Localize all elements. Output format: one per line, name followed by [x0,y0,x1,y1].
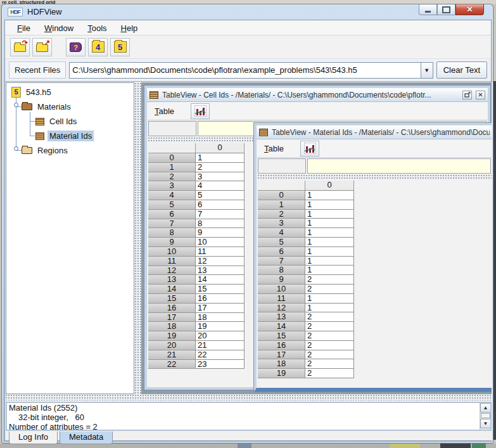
row-header[interactable]: 10 [148,246,196,257]
row-header[interactable]: 22 [148,359,196,369]
row-header[interactable]: 2 [148,172,196,182]
tree-expand-handle[interactable] [14,103,18,107]
row-header[interactable]: 18 [148,321,196,331]
cell-reference-field[interactable] [258,158,306,174]
horizontal-split-divider[interactable] [5,394,492,400]
row-header[interactable]: 3 [258,218,305,228]
clear-text-button[interactable]: Clear Text [436,61,487,79]
table-cell[interactable]: 2 [195,162,245,172]
row-header[interactable]: 19 [258,368,305,378]
tree-item-label[interactable]: Cell Ids [48,116,79,127]
tree-item-label[interactable]: Material Ids [48,131,94,141]
internal-close-button[interactable]: ✕ [476,91,485,99]
scroll-up-icon[interactable]: ▲ [480,403,491,413]
tab-log-info[interactable]: Log Info [9,432,58,444]
table-cell[interactable]: 2 [305,284,354,294]
close-button[interactable]: ✕ [455,4,484,15]
table-cell[interactable]: 1 [305,265,354,275]
scrollbar-thumb[interactable] [481,413,490,418]
column-header[interactable]: 0 [305,181,354,191]
table-cell[interactable]: 2 [305,359,354,369]
row-header[interactable]: 8 [258,265,305,275]
tree-item-file[interactable]: 5 543.h5 [11,86,53,99]
hdf4-button[interactable]: 4 [88,38,108,56]
scroll-down-icon[interactable]: ▼ [480,419,491,428]
row-header[interactable]: 19 [148,331,196,341]
internal-frame-titlebar[interactable]: TableView - Cell Ids - /Materials/ - C:\… [147,88,488,102]
table-cell[interactable]: 20 [195,331,245,341]
hdf5-button[interactable]: 5 [110,38,130,56]
row-header[interactable]: 11 [258,293,305,304]
table-cell[interactable]: 2 [305,350,354,360]
row-header[interactable]: 18 [258,359,305,369]
restore-button[interactable] [462,91,472,99]
menu-window[interactable]: Window [39,22,79,34]
row-header[interactable]: 11 [148,256,196,266]
row-header[interactable]: 5 [258,237,305,247]
row-header[interactable]: 7 [148,219,196,229]
row-header[interactable]: 15 [148,293,196,304]
row-header[interactable]: 3 [148,181,196,191]
row-header[interactable]: 0 [148,153,196,163]
table-cell[interactable]: 1 [305,218,354,228]
row-header[interactable]: 13 [258,312,305,322]
table-cell[interactable]: 1 [305,237,354,247]
row-header[interactable]: 6 [258,246,305,257]
open-file-button[interactable]: ↷ [10,38,30,56]
tree-item-regions[interactable]: Regions [22,144,70,157]
row-header[interactable]: 1 [148,162,196,172]
recent-files-combobox[interactable]: C:\Users\ghammond\Documents\code\pflotra… [69,62,433,79]
row-header[interactable]: 15 [258,331,305,341]
table-cell[interactable]: 23 [195,359,245,369]
table-cell[interactable]: 1 [305,246,354,257]
row-header[interactable]: 16 [148,303,196,313]
table-cell[interactable]: 2 [305,340,354,350]
table-cell[interactable]: 5 [195,190,245,200]
table-cell[interactable]: 19 [195,321,245,331]
vertical-split-divider[interactable] [134,82,141,394]
table-cell[interactable]: 10 [195,237,245,247]
table-divider[interactable] [257,174,492,180]
table-cell[interactable]: 4 [195,181,245,191]
internal-frame-titlebar[interactable]: TableView - Material Ids - /Materials/ -… [257,125,492,139]
new-file-button[interactable]: ↗ [32,38,52,56]
row-header[interactable]: 14 [148,284,196,294]
maximize-button[interactable] [437,4,455,15]
table-cell[interactable]: 22 [195,350,245,360]
cell-reference-field[interactable] [148,121,196,136]
row-header[interactable]: 20 [148,340,196,350]
row-header[interactable]: 21 [148,350,196,360]
table-cell[interactable]: 1 [305,227,354,238]
row-header[interactable]: 6 [148,209,196,219]
tree-item-label[interactable]: 543.h5 [24,87,53,98]
table-cell[interactable]: 1 [195,153,245,163]
table-cell[interactable]: 1 [305,303,354,313]
tab-metadata[interactable]: Metadata [60,432,113,444]
combo-dropdown-icon[interactable]: ▼ [421,63,433,78]
row-header[interactable]: 1 [258,200,305,210]
chart-button[interactable] [191,103,210,119]
row-header[interactable]: 16 [258,340,305,350]
cell-value-field[interactable] [307,158,491,174]
recent-files-path[interactable]: C:\Users\ghammond\Documents\code\pflotra… [70,65,420,75]
table-cell[interactable]: 6 [195,200,245,210]
table-cell[interactable]: 9 [195,227,245,238]
row-header[interactable]: 9 [148,237,196,247]
chart-button[interactable] [300,141,319,157]
table-cell[interactable]: 16 [195,293,245,304]
row-header[interactable]: 8 [148,227,196,238]
table-cell[interactable]: 2 [305,321,354,331]
table-cell[interactable]: 1 [305,256,354,266]
column-header[interactable]: 0 [195,143,245,153]
row-header[interactable]: 0 [258,190,305,200]
table-cell[interactable]: 1 [305,293,354,304]
table-cell[interactable]: 2 [305,368,354,378]
row-header[interactable]: 7 [258,256,305,266]
table-cell[interactable]: 3 [195,172,245,182]
tree-item-materials[interactable]: Materials [22,100,73,113]
tree-item-label[interactable]: Materials [35,101,73,112]
row-header[interactable]: 17 [258,350,305,360]
table-cell[interactable]: 15 [195,284,245,294]
menu-help[interactable]: Help [115,22,144,34]
row-header[interactable]: 9 [258,274,305,285]
